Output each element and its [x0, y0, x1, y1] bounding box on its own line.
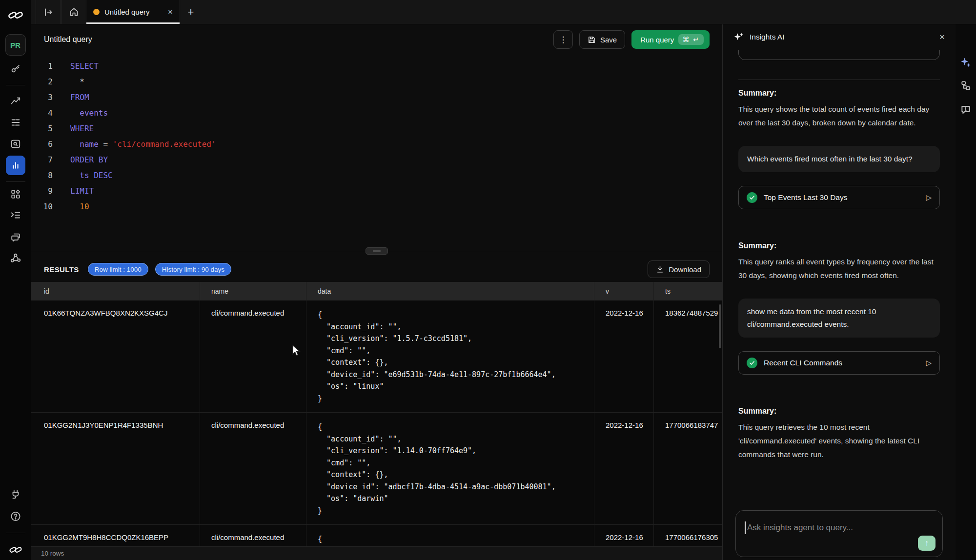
download-icon: [656, 265, 664, 274]
query-header: Untitled query ⋮ Save Run query ⌘ ↵: [31, 24, 722, 55]
play-icon[interactable]: ▷: [926, 193, 932, 202]
json-line: {: [318, 421, 594, 433]
json-line: {: [318, 533, 594, 545]
task-card-recent-cli[interactable]: Recent CLI Commands ▷: [738, 351, 940, 375]
line-number: 4: [31, 105, 53, 121]
org-badge[interactable]: PR: [5, 34, 26, 56]
line-number: 10: [31, 199, 53, 215]
insights-panel: Insights AI × Summary: This query shows …: [722, 24, 956, 560]
sql-token: SELECT: [70, 61, 99, 71]
ask-agent-input[interactable]: Ask insights agent to query... ↑: [735, 510, 943, 557]
column-header-v[interactable]: v: [594, 282, 654, 300]
sidebar-divider: [6, 181, 25, 182]
insights-body: Summary: This query shows the total coun…: [723, 50, 956, 560]
summary-text: This query shows the total count of even…: [738, 102, 940, 130]
table-row[interactable]: 01K66TQNZA3WFBQ8XN2KXSG4CJcli/command.ex…: [31, 300, 722, 413]
schema-tree-rail-icon[interactable]: [960, 80, 972, 91]
cell-v: 2022-12-16: [594, 413, 654, 524]
editor-line[interactable]: 6 name = 'cli/command.executed': [31, 137, 722, 152]
run-query-button[interactable]: Run query ⌘ ↵: [631, 30, 710, 49]
partial-task-card[interactable]: [738, 50, 940, 60]
cell-data: { "account_id": "", "cli_version": "1.5.…: [306, 300, 594, 412]
sql-token: LIMIT: [70, 186, 94, 196]
save-label: Save: [600, 36, 617, 44]
insights-close-icon[interactable]: ×: [939, 32, 945, 42]
help-icon[interactable]: [10, 511, 21, 522]
editor-line[interactable]: 4 events: [31, 105, 722, 121]
send-button[interactable]: ↑: [918, 536, 935, 551]
sidebar-divider: [6, 85, 25, 85]
query-icon-active[interactable]: [6, 156, 25, 175]
editor-line[interactable]: 5WHERE: [31, 121, 722, 137]
column-header-ts[interactable]: ts: [654, 282, 722, 300]
line-number: 5: [31, 121, 53, 137]
editor-line[interactable]: 8 ts DESC: [31, 168, 722, 183]
summary-text: This query retrieves the 10 most recent …: [738, 420, 940, 461]
feedback-rail-icon[interactable]: [960, 104, 972, 115]
insights-divider: [738, 80, 940, 80]
results-label: RESULTS: [44, 265, 79, 274]
sql-token: *: [70, 77, 84, 86]
save-button[interactable]: Save: [579, 30, 625, 49]
sql-editor[interactable]: 1SELECT2 *3FROM4 events5WHERE6 name = 'c…: [31, 55, 722, 251]
integrations-plug-icon[interactable]: [10, 489, 21, 500]
toggle-sidebar-button[interactable]: [36, 0, 61, 24]
tab-untitled-query[interactable]: Untitled query ×: [86, 0, 180, 24]
editor-line[interactable]: 9LIMIT: [31, 183, 722, 199]
editor-line[interactable]: 10 10: [31, 199, 722, 215]
insights-ai-rail-icon[interactable]: [960, 57, 972, 68]
table-scrollbar[interactable]: [719, 304, 721, 348]
right-rail: [956, 24, 976, 560]
tab-close-icon[interactable]: ×: [168, 7, 173, 17]
sql-token: =: [99, 140, 113, 149]
sparkles-icon: [733, 32, 744, 42]
line-number: 7: [31, 152, 53, 168]
editor-line[interactable]: 7ORDER BY: [31, 152, 722, 168]
code-text: name = 'cli/command.executed': [70, 137, 216, 152]
sql-token: WHERE: [70, 124, 94, 133]
code-text: FROM: [70, 90, 89, 105]
query-title: Untitled query: [44, 35, 92, 44]
play-icon[interactable]: ▷: [926, 359, 932, 367]
api-keys-icon[interactable]: [10, 63, 21, 74]
dashboards-icon[interactable]: [10, 96, 21, 106]
column-header-id[interactable]: id: [31, 282, 200, 300]
history-limit-badge[interactable]: History limit : 90 days: [155, 263, 231, 276]
chat-icon[interactable]: [10, 232, 21, 242]
app-logo-small-icon: [8, 544, 23, 555]
column-header-data[interactable]: data: [306, 282, 594, 300]
pane-splitter[interactable]: [31, 251, 722, 257]
editor-line[interactable]: 2 *: [31, 74, 722, 90]
query-workspace: Untitled query ⋮ Save Run query ⌘ ↵ 1SEL…: [31, 24, 722, 560]
unsaved-dot-icon: [93, 9, 100, 15]
table-row[interactable]: 01KGG2N1J3Y0ENP1R4F1335BNHcli/command.ex…: [31, 413, 722, 525]
cell-id: 01K66TQNZA3WFBQ8XN2KXSG4CJ: [31, 300, 200, 412]
stream-icon[interactable]: [10, 117, 21, 128]
editor-line[interactable]: 3FROM: [31, 90, 722, 105]
sql-token: events: [70, 108, 108, 118]
summary-heading: Summary:: [738, 407, 940, 416]
download-button[interactable]: Download: [648, 260, 710, 278]
more-options-button[interactable]: ⋮: [553, 30, 573, 49]
ask-input-placeholder: Ask insights agent to query...: [747, 523, 853, 533]
left-sidebar: PR: [0, 0, 31, 560]
column-header-name[interactable]: name: [200, 282, 306, 300]
sql-token: ORDER BY: [70, 155, 108, 164]
apps-icon[interactable]: [10, 189, 21, 200]
new-tab-button[interactable]: +: [180, 0, 202, 24]
explore-icon[interactable]: [10, 139, 21, 149]
line-number: 8: [31, 168, 53, 183]
json-line: "context": {},: [318, 357, 594, 369]
flows-icon[interactable]: [10, 253, 21, 264]
user-question-bubble: show me data from the most recent 10 cli…: [738, 299, 940, 338]
json-line: "cmd": "",: [318, 457, 594, 469]
task-card-top-events[interactable]: Top Events Last 30 Days ▷: [738, 186, 940, 209]
cell-id: 01KGG2N1J3Y0ENP1R4F1335BNH: [31, 413, 200, 524]
check-circle-icon: [747, 192, 757, 203]
download-label: Download: [669, 265, 701, 274]
home-button[interactable]: [61, 0, 86, 24]
splitter-handle-icon[interactable]: [366, 247, 388, 255]
editor-line[interactable]: 1SELECT: [31, 59, 722, 74]
cli-icon[interactable]: [10, 210, 21, 220]
row-limit-badge[interactable]: Row limit : 1000: [88, 263, 148, 276]
